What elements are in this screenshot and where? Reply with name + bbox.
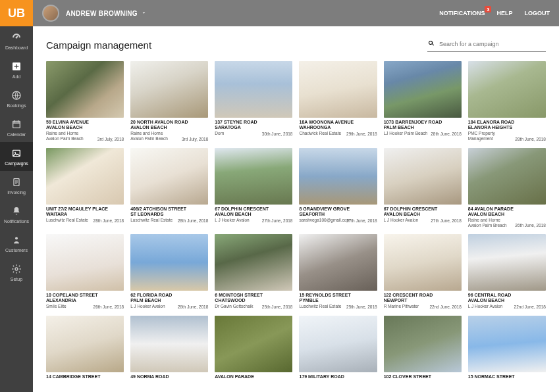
campaign-address-line1: 84 AVALON PARADE <box>468 207 546 212</box>
campaign-agency: Luschwitz Real Estate <box>299 304 345 309</box>
campaign-thumbnail <box>468 316 546 372</box>
campaign-card[interactable]: 102 CLOVER STREET <box>384 316 462 391</box>
campaign-card[interactable]: 67 DOLPHIN CRESCENT AVALON BEACH L J Hoo… <box>384 148 462 228</box>
globe-icon <box>11 89 22 101</box>
nav-notifications[interactable]: Notifications <box>0 200 33 229</box>
campaign-card[interactable]: 15 REYNOLDS STREET PYMBLE Luschwitz Real… <box>299 234 377 309</box>
nav-dashboard[interactable]: Dashboard <box>0 26 33 55</box>
campaign-card[interactable]: 20 NORTH AVALON ROAD AVALON BEACH Raine … <box>130 61 208 141</box>
campaign-card[interactable]: 96 CENTRAL ROAD AVALON BEACH L J Hooker … <box>468 234 546 309</box>
notifications-badge: 3 <box>485 6 491 12</box>
campaign-address-line2: SARATOGA <box>215 125 292 130</box>
campaign-card[interactable]: 8 GRANDVIEW GROVE SEAFORTH sarahvega100@… <box>299 148 377 228</box>
campaign-card[interactable]: 122 CRESCENT ROAD NEWPORT R Marine Pittw… <box>384 234 462 309</box>
search-input[interactable] <box>439 41 546 47</box>
campaign-thumbnail <box>299 234 377 291</box>
nav-add[interactable]: Add <box>0 55 33 84</box>
search-wrap[interactable] <box>427 38 546 52</box>
nav-label: Dashboard <box>5 45 28 50</box>
campaign-card[interactable]: 49 NORMA ROAD <box>130 316 208 391</box>
campaign-card[interactable]: UNIT 27/2 MCAULEY PLACE WAITARA Luschwit… <box>46 148 124 228</box>
campaign-info: 62 FLORIDA ROAD PALM BEACH L J Hooker Av… <box>130 291 208 309</box>
nav-label: Campaigns <box>5 161 28 166</box>
nav-customers[interactable]: Customers <box>0 229 33 258</box>
campaign-card[interactable]: 6 MCINTOSH STREET CHATSWOOD Dr Gavin Got… <box>215 234 292 309</box>
campaign-date: 29th June, 2018 <box>346 132 377 136</box>
campaign-info: 10 COPELAND STREET ALEXANDRIA Smile Elit… <box>46 291 124 309</box>
nav-setup[interactable]: Setup <box>0 258 33 287</box>
campaign-info: 49 NORMA ROAD <box>130 372 208 391</box>
campaign-agency: L J Hooker Avalon <box>215 218 261 223</box>
campaign-address-line2: PALM BEACH <box>384 125 462 130</box>
nav-bookings[interactable]: Bookings <box>0 84 33 113</box>
campaign-thumbnail <box>384 234 462 291</box>
campaign-date: 22nd June, 2018 <box>429 305 461 309</box>
campaign-address-line1: 184 ELANORA ROAD <box>468 120 546 125</box>
campaign-address-line2: AVALON BEACH <box>46 125 124 130</box>
topbar-notifications[interactable]: NOTIFICATIONS 3 <box>439 10 485 16</box>
campaign-date: 3rd July, 2018 <box>182 137 208 141</box>
campaign-info: 96 CENTRAL ROAD AVALON BEACH L J Hooker … <box>468 291 546 309</box>
campaign-card[interactable]: 137 STEYNE ROAD SARATOGA Dom 30th June, … <box>215 61 292 141</box>
invoice-icon <box>11 176 22 188</box>
campaign-card[interactable]: 1073 BARRENJOEY ROAD PALM BEACH LJ Hooke… <box>384 61 462 141</box>
campaign-card[interactable]: 14 CAMBRIDGE STREET <box>46 316 124 391</box>
user-menu[interactable]: ANDREW BROWNING <box>66 10 147 17</box>
username-label: ANDREW BROWNING <box>66 10 138 17</box>
campaign-card[interactable]: AVALON PARADE <box>215 316 292 391</box>
search-icon <box>427 38 435 50</box>
campaign-address-line1: 14 CAMBRIDGE STREET <box>46 374 124 380</box>
nav-label: Bookings <box>7 103 26 108</box>
campaign-address-line1: 20 NORTH AVALON ROAD <box>130 120 208 125</box>
campaign-thumbnail <box>468 148 546 205</box>
campaign-address-line1: 18A WOONONA AVENUE <box>299 120 377 125</box>
page-title: Campaign management <box>46 39 151 51</box>
campaign-date: 25th June, 2018 <box>346 305 377 309</box>
campaign-agency: Raine and Horne Avalon Palm Breach <box>468 218 514 228</box>
topbar-logout[interactable]: LOGOUT <box>525 10 550 16</box>
campaign-agency: sarahvega100@gmail.com <box>299 218 345 223</box>
campaign-card[interactable]: 408/2 ATCHISON STREET ST LEONARDS Luschw… <box>130 148 208 228</box>
avatar[interactable] <box>42 5 59 22</box>
campaign-info: AVALON PARADE <box>215 372 292 391</box>
campaign-thumbnail <box>130 148 208 205</box>
campaign-grid: 59 ELVINA AVENUE AVALON BEACH Raine and … <box>46 61 546 391</box>
image-icon <box>11 147 22 159</box>
campaign-card[interactable]: 15 NORMAC STREET <box>468 316 546 391</box>
nav-campaigns[interactable]: Campaigns <box>0 142 33 171</box>
campaign-agency: Chadwick Real Estate <box>299 131 345 136</box>
topbar-help[interactable]: HELP <box>496 10 512 16</box>
campaign-date: 26th June, 2018 <box>93 305 124 309</box>
campaign-info: 14 CAMBRIDGE STREET <box>46 372 124 391</box>
brand-logo[interactable]: UB <box>0 0 33 26</box>
campaign-date: 28th June, 2018 <box>431 132 462 136</box>
campaign-address-line1: 96 CENTRAL ROAD <box>468 293 546 298</box>
campaign-address-line2: PALM BEACH <box>130 298 208 303</box>
campaign-thumbnail <box>215 148 292 205</box>
campaign-info: 137 STEYNE ROAD SARATOGA Dom 30th June, … <box>215 118 292 136</box>
campaign-card[interactable]: 184 ELANORA ROAD ELANORA HEIGHTS PMC Pro… <box>468 61 546 141</box>
nav-calendar[interactable]: Calendar <box>0 113 33 142</box>
campaign-card[interactable]: 67 DOLPHIN CRESCENT AVALON BEACH L J Hoo… <box>215 148 292 228</box>
campaign-date: 27th June, 2018 <box>431 218 462 223</box>
svg-point-4 <box>14 152 16 153</box>
campaign-info: 15 NORMAC STREET <box>468 372 546 391</box>
nav-invoicing[interactable]: Invoicing <box>0 171 33 200</box>
campaign-address-line2: SEAFORTH <box>299 212 377 217</box>
campaign-agency: Smile Elite <box>46 304 92 309</box>
notifications-label: NOTIFICATIONS <box>439 10 485 16</box>
campaign-thumbnail <box>468 234 546 291</box>
campaign-card[interactable]: 18A WOONONA AVENUE WAHROONGA Chadwick Re… <box>299 61 377 141</box>
campaign-address-line1: 62 FLORIDA ROAD <box>130 293 208 298</box>
campaign-card[interactable]: 10 COPELAND STREET ALEXANDRIA Smile Elit… <box>46 234 124 309</box>
campaign-card[interactable]: 59 ELVINA AVENUE AVALON BEACH Raine and … <box>46 61 124 141</box>
nav-label: Calendar <box>7 132 26 137</box>
campaign-info: 67 DOLPHIN CRESCENT AVALON BEACH L J Hoo… <box>384 205 462 223</box>
campaign-card[interactable]: 179 MILITARY ROAD <box>299 316 377 391</box>
campaign-date: 28th June, 2018 <box>93 218 124 223</box>
campaign-card[interactable]: 62 FLORIDA ROAD PALM BEACH L J Hooker Av… <box>130 234 208 309</box>
campaign-address-line2: AVALON BEACH <box>384 212 462 217</box>
campaign-info: UNIT 27/2 MCAULEY PLACE WAITARA Luschwit… <box>46 205 124 223</box>
campaign-card[interactable]: 84 AVALON PARADE AVALON BEACH Raine and … <box>468 148 546 228</box>
nav-label: Setup <box>11 277 22 282</box>
